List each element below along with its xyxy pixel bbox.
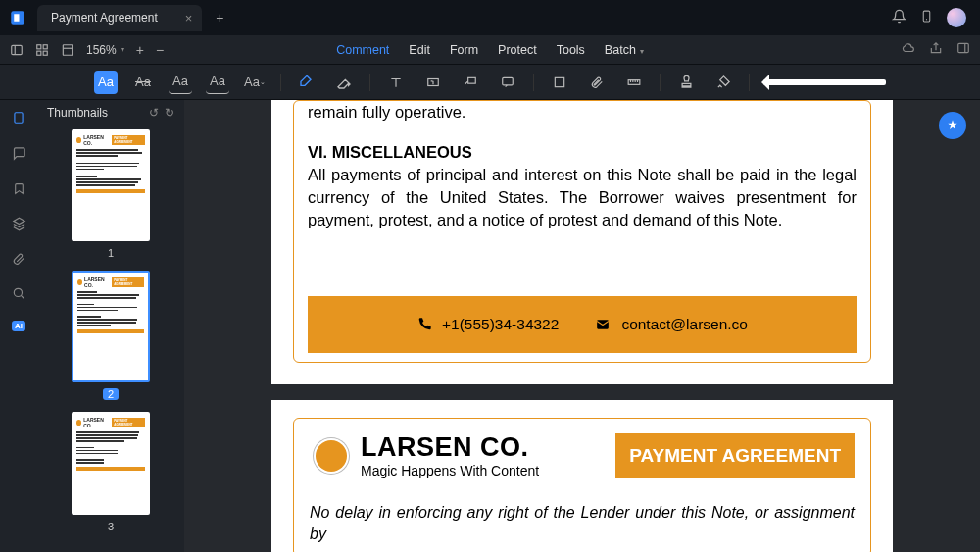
zoom-level[interactable]: 156%▾ [86, 43, 124, 57]
svg-rect-6 [37, 44, 41, 48]
thumbnail-page-2-num: 2 [103, 388, 119, 400]
zoom-out-button[interactable]: − [156, 42, 164, 58]
thumbnails-rail-icon[interactable] [12, 110, 25, 128]
svg-point-24 [14, 288, 22, 296]
menu-batch[interactable]: Batch▾ [605, 43, 644, 57]
zoom-in-button[interactable]: + [136, 42, 144, 58]
svg-rect-17 [555, 77, 564, 86]
layers-rail-icon[interactable] [12, 217, 26, 234]
eraser-tool[interactable] [332, 71, 356, 94]
page3-paragraph: No delay in enforcing any right of the L… [310, 502, 855, 546]
svg-rect-10 [63, 44, 72, 55]
svg-rect-23 [15, 113, 23, 124]
textbox-tool[interactable] [421, 71, 445, 94]
contact-bar: +1(555)34-34322 contact@larsen.co [308, 296, 857, 353]
svg-rect-9 [43, 51, 47, 55]
page2-paragraph: All payments of principal and interest o… [308, 164, 857, 231]
svg-line-25 [21, 295, 24, 298]
ai-rail-badge[interactable]: AI [12, 321, 25, 331]
page-3: LARSEN CO. Magic Happens With Content PA… [271, 400, 893, 552]
marker-tool[interactable] [295, 71, 318, 94]
toolbar-divider [660, 74, 661, 91]
tab-title: Payment Agreement [51, 11, 158, 25]
thumbnail-page-2[interactable]: LARSEN CO.PAYMENT AGREEMENT [72, 271, 150, 382]
underline-tool[interactable]: Aa [169, 71, 192, 94]
phone-number: +1(555)34-34322 [442, 316, 559, 333]
document-tab[interactable]: Payment Agreement × [37, 5, 202, 31]
rect-tool[interactable] [548, 71, 571, 94]
thumbnail-page-3[interactable]: LARSEN CO.PAYMENT AGREEMENT [72, 412, 150, 515]
strikethrough-tool[interactable]: Aa [131, 71, 155, 94]
thumbnail-page-1-num: 1 [47, 247, 174, 259]
add-tab-button[interactable]: + [216, 10, 223, 25]
menu-protect[interactable]: Protect [498, 43, 537, 57]
svg-rect-4 [12, 45, 23, 54]
document-title-badge: PAYMENT AGREEMENT [615, 433, 855, 478]
email-address: contact@larsen.co [621, 316, 748, 333]
page2-heading-6: VI. MISCELLANEOUS [308, 143, 472, 161]
highlight-tool[interactable]: Aa [94, 71, 118, 94]
comments-rail-icon[interactable] [12, 146, 26, 164]
attach-tool[interactable] [585, 71, 609, 94]
mobile-icon[interactable] [920, 9, 933, 26]
svg-rect-16 [503, 77, 514, 85]
grid-view-icon[interactable] [35, 43, 49, 57]
app-logo-icon [0, 0, 35, 35]
search-rail-icon[interactable] [12, 286, 25, 303]
rotate-left-icon[interactable]: ↺ [149, 106, 159, 120]
svg-rect-15 [468, 77, 476, 83]
bell-icon[interactable] [892, 9, 906, 26]
svg-rect-1 [14, 14, 19, 22]
menu-comment[interactable]: Comment [336, 43, 389, 57]
thumbnail-page-1[interactable]: LARSEN CO.PAYMENT AGREEMENT [72, 129, 150, 241]
page-layout-icon[interactable] [61, 43, 74, 57]
svg-rect-8 [37, 51, 41, 55]
page2-text-tail: remain fully operative. [308, 101, 857, 124]
main-area: AI Thumbnails ↺ ↻ LARSEN CO.PAYMENT AGRE… [0, 100, 980, 552]
thumbnails-title: Thumbnails [47, 106, 108, 120]
viewer[interactable]: remain fully operative. VI. MISCELLANEOU… [184, 100, 980, 552]
left-rail: AI [0, 100, 37, 552]
company-logo-icon [316, 440, 347, 472]
sidebar-toggle-icon[interactable] [10, 43, 24, 57]
annotation-arrow-overlay [763, 79, 886, 85]
caret-tool[interactable]: Aa⌄ [243, 71, 267, 94]
menu-form[interactable]: Form [450, 43, 478, 57]
measure-tool[interactable] [622, 71, 646, 94]
toolbar-divider [280, 74, 281, 91]
menu-tools[interactable]: Tools [557, 43, 585, 57]
titlebar: Payment Agreement × + [0, 0, 980, 35]
bookmarks-rail-icon[interactable] [13, 181, 25, 199]
squiggly-tool[interactable]: Aa [206, 71, 229, 94]
toolbar-divider [533, 74, 534, 91]
layout-icon[interactable] [956, 41, 970, 58]
thumbnails-panel: Thumbnails ↺ ↻ LARSEN CO.PAYMENT AGREEME… [37, 100, 184, 552]
toolbar-divider [369, 74, 370, 91]
callout-tool[interactable] [459, 71, 482, 94]
floating-ai-button[interactable] [939, 112, 966, 139]
toolbar-divider [749, 74, 750, 91]
company-tagline: Magic Happens With Content [361, 463, 539, 478]
page-2: remain fully operative. VI. MISCELLANEOU… [271, 100, 893, 384]
sign-tool[interactable] [711, 71, 735, 94]
viewbar: 156%▾ + − Comment Edit Form Protect Tool… [0, 35, 980, 65]
share-icon[interactable] [929, 41, 943, 58]
rotate-right-icon[interactable]: ↻ [165, 106, 174, 120]
menu-edit[interactable]: Edit [409, 43, 430, 57]
user-avatar[interactable] [947, 8, 966, 27]
svg-rect-7 [43, 44, 47, 48]
menu-bar: Comment Edit Form Protect Tools Batch▾ [336, 43, 644, 57]
svg-rect-12 [958, 43, 969, 52]
close-tab-icon[interactable]: × [185, 11, 193, 25]
stamp-tool[interactable] [674, 71, 698, 94]
cloud-icon[interactable] [901, 41, 915, 58]
thumbnail-page-3-num: 3 [47, 521, 174, 532]
svg-rect-2 [923, 11, 930, 22]
attachments-rail-icon[interactable] [12, 252, 25, 269]
company-name: LARSEN CO. [361, 432, 539, 463]
text-tool[interactable] [384, 71, 408, 94]
comment-toolbar: Aa Aa Aa Aa Aa⌄ [0, 65, 980, 100]
note-tool[interactable] [496, 71, 519, 94]
